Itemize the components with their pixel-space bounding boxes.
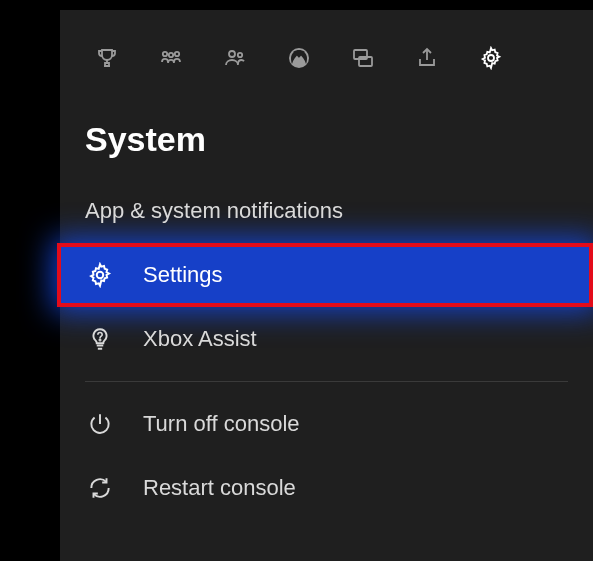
lightbulb-help-icon [85,324,115,354]
power-icon [85,409,115,439]
guide-tab-bar [60,10,593,90]
share-tab[interactable] [414,47,440,73]
menu-item-xbox-assist[interactable]: Xbox Assist [60,307,593,371]
chat-tab[interactable] [350,47,376,73]
people-tab[interactable] [222,47,248,73]
menu-item-settings[interactable]: Settings [57,243,593,307]
multiplayer-icon [159,46,183,74]
menu-item-notifications[interactable]: App & system notifications [60,179,593,243]
menu-item-restart[interactable]: Restart console [60,456,593,520]
svg-point-4 [238,53,242,57]
restart-icon [85,473,115,503]
system-tab[interactable] [478,47,504,73]
svg-point-9 [97,272,104,279]
svg-point-1 [175,52,179,56]
menu-item-label: Xbox Assist [143,326,257,352]
menu-item-label: App & system notifications [85,198,343,224]
svg-point-0 [163,52,167,56]
trophy-icon [95,46,119,74]
svg-point-3 [229,51,235,57]
gear-icon [479,46,503,74]
gear-icon [85,260,115,290]
xbox-icon [287,46,311,74]
share-icon [415,46,439,74]
svg-point-8 [488,55,494,61]
menu-divider [85,381,568,382]
multiplayer-tab[interactable] [158,47,184,73]
svg-point-10 [99,340,100,341]
menu-item-turn-off[interactable]: Turn off console [60,392,593,456]
people-icon [223,46,247,74]
menu-item-label: Turn off console [143,411,300,437]
menu-item-label: Settings [143,262,223,288]
menu-item-label: Restart console [143,475,296,501]
svg-point-2 [169,53,173,57]
page-title: System [85,120,593,159]
chat-icon [351,46,375,74]
system-guide-panel: System App & system notifications Settin… [60,10,593,561]
home-tab[interactable] [286,47,312,73]
achievements-tab[interactable] [94,47,120,73]
